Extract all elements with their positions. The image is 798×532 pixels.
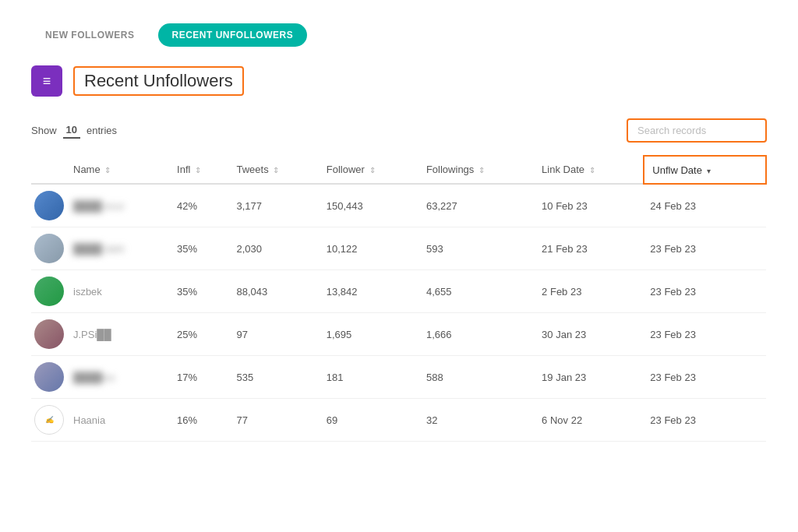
follower-cell: 10,122 xyxy=(320,227,420,270)
col-followings[interactable]: Followings ⇕ xyxy=(420,156,535,184)
name-cell[interactable]: ████ dahl xyxy=(67,227,171,270)
main-container: NEW FOLLOWERS RECENT UNFOLLOWERS ≡ Recen… xyxy=(0,0,798,465)
avatar xyxy=(34,234,64,263)
page-header: ≡ Recent Unfollowers xyxy=(31,65,767,97)
sort-icon-followings: ⇕ xyxy=(478,166,485,174)
table-row: ████ius17%53518158819 Jan 2323 Feb 23 xyxy=(31,356,766,399)
table-row: ████ dahl35%2,03010,12259321 Feb 2323 Fe… xyxy=(31,227,766,270)
tweets-cell: 535 xyxy=(231,356,320,399)
avatar-cell xyxy=(31,184,67,227)
tab-bar: NEW FOLLOWERS RECENT UNFOLLOWERS xyxy=(31,23,767,47)
sort-icon-follower: ⇕ xyxy=(369,166,376,174)
link-date-cell: 10 Feb 23 xyxy=(535,184,644,227)
unfl-date-cell: 23 Feb 23 xyxy=(644,270,766,313)
name-cell[interactable]: Haania xyxy=(67,399,171,442)
follower-cell: 1,695 xyxy=(320,313,420,356)
header-icon: ≡ xyxy=(31,65,62,97)
tweets-cell: 3,177 xyxy=(231,184,320,227)
list-icon: ≡ xyxy=(43,73,51,90)
tab-new-followers[interactable]: NEW FOLLOWERS xyxy=(31,23,149,47)
entries-count: 10 xyxy=(63,122,80,139)
avatar xyxy=(34,191,64,220)
follower-cell: 13,842 xyxy=(320,270,420,313)
avatar-cell xyxy=(31,356,67,399)
avatar xyxy=(34,277,64,306)
followings-cell: 32 xyxy=(420,399,535,442)
tweets-cell: 88,043 xyxy=(231,270,320,313)
followings-cell: 593 xyxy=(420,227,535,270)
unfl-date-cell: 23 Feb 23 xyxy=(644,313,766,356)
link-date-cell: 21 Feb 23 xyxy=(535,227,644,270)
avatar: ✍ xyxy=(34,405,64,435)
sort-icon-name: ⇕ xyxy=(104,166,111,174)
avatar xyxy=(34,319,64,349)
unfl-date-cell: 24 Feb 23 xyxy=(644,184,766,227)
table-header: Name ⇕ Infl ⇕ Tweets ⇕ Follower ⇕ Follow… xyxy=(31,156,766,184)
link-date-cell: 2 Feb 23 xyxy=(535,270,644,313)
follower-cell: 150,443 xyxy=(320,184,420,227)
col-follower[interactable]: Follower ⇕ xyxy=(320,156,420,184)
link-date-cell: 30 Jan 23 xyxy=(535,313,644,356)
sort-icon-tweets: ⇕ xyxy=(273,166,279,174)
infl-cell: 35% xyxy=(171,227,230,270)
data-table: Name ⇕ Infl ⇕ Tweets ⇕ Follower ⇕ Follow… xyxy=(31,155,767,442)
avatar-cell: ✍ xyxy=(31,399,67,442)
follower-cell: 69 xyxy=(320,399,420,442)
show-entries: Show 10 entries xyxy=(31,122,117,139)
infl-cell: 42% xyxy=(171,184,230,227)
table-row: J.PSi██25%971,6951,66630 Jan 2323 Feb 23 xyxy=(31,313,766,356)
entries-label: entries xyxy=(87,125,117,136)
tweets-cell: 97 xyxy=(231,313,320,356)
followings-cell: 63,227 xyxy=(420,184,535,227)
table-row: ████ ecur42%3,177150,44363,22710 Feb 232… xyxy=(31,184,766,227)
col-link-date[interactable]: Link Date ⇕ xyxy=(535,156,644,184)
page-title: Recent Unfollowers xyxy=(73,66,244,96)
infl-cell: 35% xyxy=(171,270,230,313)
infl-cell: 25% xyxy=(171,313,230,356)
col-unfl-date[interactable]: Unflw Date ▾ xyxy=(644,156,766,184)
unfl-date-cell: 23 Feb 23 xyxy=(644,399,766,442)
col-infl[interactable]: Infl ⇕ xyxy=(171,156,230,184)
infl-cell: 16% xyxy=(171,399,230,442)
unfl-date-cell: 23 Feb 23 xyxy=(644,227,766,270)
table-body: ████ ecur42%3,177150,44363,22710 Feb 232… xyxy=(31,184,766,442)
show-label: Show xyxy=(31,125,57,136)
sort-icon-infl: ⇕ xyxy=(195,166,201,174)
link-date-cell: 6 Nov 22 xyxy=(535,399,644,442)
unfl-date-cell: 23 Feb 23 xyxy=(644,356,766,399)
infl-cell: 17% xyxy=(171,356,230,399)
sort-icon-unfldate: ▾ xyxy=(707,167,711,175)
avatar-cell xyxy=(31,227,67,270)
avatar-cell xyxy=(31,313,67,356)
search-input[interactable] xyxy=(627,118,767,143)
table-row: ✍Haania16%7769326 Nov 2223 Feb 23 xyxy=(31,399,766,442)
follower-cell: 181 xyxy=(320,356,420,399)
name-cell[interactable]: ████ius xyxy=(67,356,171,399)
followings-cell: 1,666 xyxy=(420,313,535,356)
name-cell[interactable]: J.PSi██ xyxy=(67,313,171,356)
table-controls: Show 10 entries xyxy=(31,118,767,143)
name-cell[interactable]: ████ ecur xyxy=(67,184,171,227)
col-tweets[interactable]: Tweets ⇕ xyxy=(231,156,320,184)
name-cell[interactable]: iszbek xyxy=(67,270,171,313)
tab-recent-unfollowers[interactable]: RECENT UNFOLLOWERS xyxy=(158,23,308,47)
table-row: iszbek35%88,04313,8424,6552 Feb 2323 Feb… xyxy=(31,270,766,313)
followings-cell: 588 xyxy=(420,356,535,399)
col-avatar xyxy=(31,156,67,184)
sort-icon-linkdate: ⇕ xyxy=(589,166,595,174)
avatar-cell xyxy=(31,270,67,313)
tweets-cell: 77 xyxy=(231,399,320,442)
avatar xyxy=(34,362,64,392)
link-date-cell: 19 Jan 23 xyxy=(535,356,644,399)
followings-cell: 4,655 xyxy=(420,270,535,313)
tweets-cell: 2,030 xyxy=(231,227,320,270)
col-name[interactable]: Name ⇕ xyxy=(67,156,171,184)
